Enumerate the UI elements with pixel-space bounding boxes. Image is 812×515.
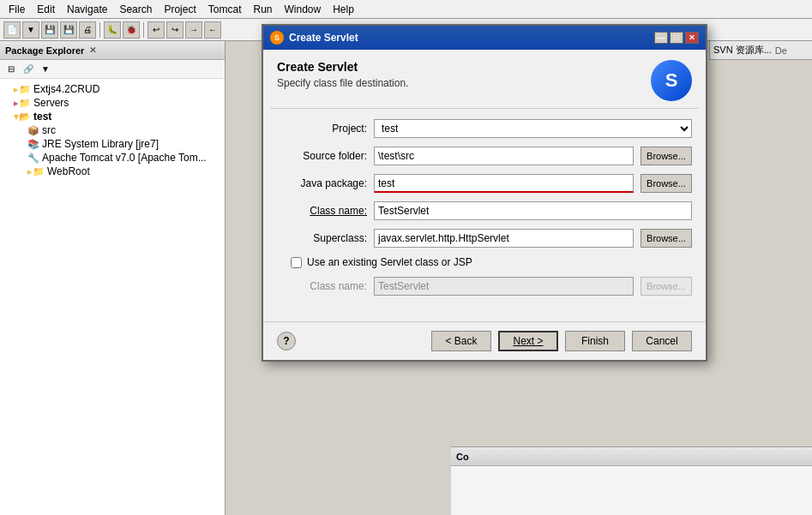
- toolbar-back[interactable]: ↩: [147, 21, 165, 39]
- de-icon[interactable]: De: [775, 45, 787, 56]
- tree-item-jre[interactable]: 📚 JRE System Library [jre7]: [0, 137, 225, 151]
- checkbox-row: Use an existing Servlet class or JSP: [277, 256, 692, 268]
- folder-icon: ▸📁: [14, 84, 31, 95]
- dialog-title-controls: — □ ✕: [654, 32, 699, 44]
- java-package-browse-btn[interactable]: Browse...: [641, 174, 692, 193]
- finish-button[interactable]: Finish: [565, 331, 625, 351]
- dialog-header: Create Servlet Specify class file destin…: [263, 50, 706, 108]
- source-folder-input[interactable]: [374, 147, 634, 165]
- tree-label: WebRoot: [47, 165, 90, 177]
- tree-item-test[interactable]: ▾📂 test: [0, 110, 225, 123]
- svn-label: SVN 资源库...: [713, 44, 772, 57]
- tree-item-servers[interactable]: ▸📁 Servers: [0, 96, 225, 110]
- use-existing-checkbox[interactable]: [291, 257, 302, 268]
- superclass-browse-btn[interactable]: Browse...: [641, 229, 692, 248]
- menu-tomcat[interactable]: Tomcat: [203, 2, 247, 17]
- tree-label: Apache Tomcat v7.0 [Apache Tom...: [42, 152, 207, 164]
- dialog-title-text: Create Servlet: [289, 32, 358, 44]
- class-name-row: Class name:: [277, 201, 692, 220]
- panel-link[interactable]: 🔗: [21, 62, 36, 77]
- tree-label: Servers: [33, 97, 69, 109]
- tree-item-tomcat[interactable]: 🔧 Apache Tomcat v7.0 [Apache Tom...: [0, 151, 225, 165]
- toolbar-fwd[interactable]: ↪: [166, 21, 183, 39]
- menu-navigate[interactable]: Navigate: [62, 2, 112, 17]
- project-row: Project: test: [277, 119, 692, 138]
- source-folder-row: Source folder: Browse...: [277, 147, 692, 165]
- top-right-bar: SVN 资源库... De: [709, 41, 812, 60]
- dialog-title-icon: S: [270, 31, 284, 45]
- panel-title-text: Package Explorer: [5, 45, 84, 56]
- package-explorer-panel: Package Explorer ✕ ⊟ 🔗 ▼ ▸📁 Extjs4.2CRUD…: [0, 41, 226, 515]
- toolbar-run[interactable]: 🐛: [104, 21, 121, 39]
- panel-title-x[interactable]: ✕: [89, 45, 96, 55]
- toolbar-debug[interactable]: 🐞: [123, 21, 140, 39]
- menu-file[interactable]: File: [3, 2, 30, 17]
- project-select[interactable]: test: [374, 119, 692, 138]
- superclass-control: [374, 229, 634, 248]
- class-name-input[interactable]: [374, 201, 692, 220]
- bottom-panel-title: Co: [451, 447, 812, 466]
- next-button-text: Next >: [513, 335, 543, 347]
- dialog-maximize-btn[interactable]: □: [670, 32, 683, 44]
- tree-label: Extjs4.2CRUD: [33, 83, 99, 95]
- toolbar-nav2[interactable]: ←: [204, 21, 221, 39]
- menu-edit[interactable]: Edit: [32, 2, 60, 17]
- dialog-minimize-btn[interactable]: —: [654, 32, 668, 44]
- java-package-row: Java package: Browse...: [277, 174, 692, 193]
- help-button[interactable]: ?: [277, 332, 296, 350]
- class-name2-browse-btn: Browse...: [641, 277, 692, 296]
- toolbar-save[interactable]: 💾: [41, 21, 58, 39]
- tree-item-webroot[interactable]: ▸📁 WebRoot: [0, 165, 225, 178]
- java-package-control: [374, 174, 634, 193]
- dialog-header-text: Create Servlet Specify class file destin…: [277, 60, 408, 89]
- tomcat-icon: 🔧: [27, 153, 39, 164]
- source-folder-browse-btn[interactable]: Browse...: [641, 147, 692, 165]
- java-package-input[interactable]: [374, 174, 634, 193]
- menu-bar: File Edit Navigate Search Project Tomcat…: [0, 0, 812, 19]
- toolbar-new[interactable]: 📄: [3, 21, 21, 39]
- checkbox-label[interactable]: Use an existing Servlet class or JSP: [307, 256, 472, 268]
- next-button[interactable]: Next >: [498, 331, 558, 351]
- dialog-titlebar: S Create Servlet — □ ✕: [263, 26, 706, 50]
- panel-toolbar: ⊟ 🔗 ▼: [0, 60, 225, 79]
- class-name-label: Class name:: [277, 205, 367, 217]
- bottom-panel-label: Co: [456, 452, 469, 462]
- back-button[interactable]: < Back: [431, 331, 491, 351]
- tree-item-extjs[interactable]: ▸📁 Extjs4.2CRUD: [0, 82, 225, 96]
- class-name-control: [374, 201, 692, 220]
- toolbar-save-all[interactable]: 💾: [60, 21, 77, 39]
- menu-run[interactable]: Run: [248, 2, 277, 17]
- tree-item-src[interactable]: 📦 src: [0, 123, 225, 137]
- dialog-body: Project: test Source folder: Browse... J…: [263, 109, 706, 314]
- panel-title: Package Explorer ✕: [0, 41, 225, 60]
- toolbar-sep2: [143, 22, 144, 38]
- panel-menu[interactable]: ▼: [38, 62, 53, 77]
- server-icon: ▸📁: [14, 98, 31, 109]
- toolbar-print[interactable]: 🖨: [79, 21, 96, 39]
- webroot-icon: ▸📁: [27, 166, 45, 177]
- dialog-heading: Create Servlet: [277, 60, 408, 74]
- class-name2-input: [374, 277, 634, 296]
- toolbar-btn2[interactable]: ▼: [22, 21, 39, 39]
- dialog-close-btn[interactable]: ✕: [685, 32, 699, 44]
- superclass-input[interactable]: [374, 229, 634, 248]
- bottom-panel: Co: [451, 446, 812, 515]
- dialog-logo: S: [651, 60, 692, 101]
- tree-label: src: [42, 124, 56, 136]
- class-name2-control: [374, 277, 634, 296]
- superclass-label: Superclass:: [277, 232, 367, 244]
- menu-help[interactable]: Help: [328, 2, 359, 17]
- panel-collapse-all[interactable]: ⊟: [3, 62, 19, 77]
- cancel-button[interactable]: Cancel: [632, 331, 692, 351]
- project-control: test: [374, 119, 692, 138]
- package-icon: 📦: [27, 125, 39, 136]
- menu-window[interactable]: Window: [280, 2, 327, 17]
- source-folder-label: Source folder:: [277, 150, 367, 162]
- jre-icon: 📚: [27, 139, 39, 150]
- superclass-row: Superclass: Browse...: [277, 229, 692, 248]
- toolbar-nav[interactable]: →: [185, 21, 202, 39]
- menu-search[interactable]: Search: [114, 2, 157, 17]
- menu-project[interactable]: Project: [159, 2, 201, 17]
- tree-label: test: [33, 111, 51, 123]
- dialog-footer: ? < Back Next > Finish Cancel: [263, 321, 706, 360]
